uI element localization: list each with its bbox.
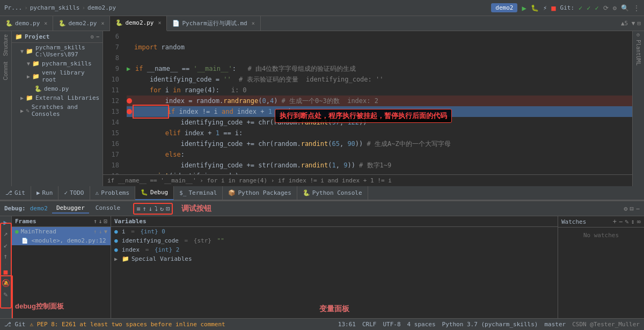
tab-debug[interactable]: 🐛 Debug <box>135 186 174 200</box>
layout-icon[interactable]: ⊟ <box>630 205 634 212</box>
tree-venv[interactable]: ▶ 📁 venv library root <box>12 68 103 84</box>
code-line: import random <box>127 42 632 53</box>
tab-label: Python Packages <box>238 189 291 196</box>
tree-label: demo.py <box>44 85 69 92</box>
thread-more[interactable]: ▼ <box>104 229 107 234</box>
demo2-label[interactable]: demo2 <box>491 3 517 12</box>
coverage-icon[interactable]: ⚡ <box>543 4 547 12</box>
watermark: CSDN @Tester_Muller <box>572 321 640 328</box>
project-crumb[interactable]: Pr... <box>4 4 22 11</box>
tab-run[interactable]: ▶ Run <box>31 186 59 200</box>
tab-problems[interactable]: ⚠ Problems <box>90 186 136 200</box>
sort-watch-btn[interactable]: ↕ <box>631 218 635 225</box>
crlf-status[interactable]: CRLF <box>362 321 377 328</box>
sidebar-collapse[interactable]: − <box>96 34 99 40</box>
close-tab-icon[interactable]: × <box>158 20 161 26</box>
debug-left-icons: ▶ ↗ ↙ ↑ | ■ 🔕 ✎ <box>0 216 12 318</box>
remove-watch-btn[interactable]: − <box>619 218 623 225</box>
var-item-special[interactable]: ▶ 📁 Special Variables <box>111 254 558 263</box>
tab-demo2-py-2[interactable]: 🐍 demo2.py × <box>110 16 167 31</box>
frames-down[interactable]: ↓ <box>99 218 103 225</box>
code-content: import random ▶ if __name__ <box>122 31 632 174</box>
close-tab-icon[interactable]: × <box>44 20 47 26</box>
tab-demo2-py-1[interactable]: 🐍 demo2.py × <box>53 16 110 31</box>
python-status[interactable]: Python 3.7 (pycharm_skills) <box>442 321 538 328</box>
tree-demo-py[interactable]: 🐍 demo.py <box>12 84 103 93</box>
toolbar-btn-down[interactable]: ↓ <box>149 205 152 212</box>
debug-toolbar-icon[interactable]: 🐛 <box>531 4 539 12</box>
thread-arrow-up[interactable]: ↑ <box>93 229 97 234</box>
more-icon[interactable]: ⋮ <box>633 4 640 12</box>
run-button[interactable]: ▶ <box>522 4 526 12</box>
toolbar-btn-out[interactable]: ↻ <box>160 205 164 212</box>
evaluate-icon[interactable]: ✎ <box>4 290 8 298</box>
watches-label: Watches <box>561 218 586 225</box>
folder-crumb[interactable]: pycharm_skills <box>30 4 80 11</box>
stop-debug-icon[interactable]: ■ <box>4 268 8 276</box>
close-debug-icon[interactable]: − <box>636 205 640 212</box>
frames-copy[interactable]: ⊡ <box>104 218 107 225</box>
variables-header: Variables <box>111 216 558 227</box>
infinite-watch-btn[interactable]: ∞ <box>637 218 641 225</box>
step-into-icon[interactable]: ↙ <box>4 241 8 249</box>
tab-terminal[interactable]: $_ Terminal <box>174 186 223 200</box>
tab-todo[interactable]: ✓ TODO <box>58 186 90 200</box>
git-status[interactable]: ⎇ Git <box>4 321 26 328</box>
tab-git[interactable]: ⎇ Git <box>0 186 31 200</box>
warning-status[interactable]: ⚠ PEP 8: E261 at least two spaces before… <box>30 321 225 328</box>
commit-icon[interactable]: Commit <box>3 62 9 80</box>
console-tab[interactable]: Console <box>91 203 125 214</box>
step-over-icon[interactable]: ↗ <box>4 230 8 238</box>
close-tab-icon[interactable]: × <box>101 20 104 26</box>
plantuml-icon[interactable]: PlantUML <box>635 40 641 65</box>
tab-md[interactable]: 📄 Pycharm运行与调试.md × <box>167 16 260 31</box>
search-icon[interactable]: 🔍 <box>621 4 629 12</box>
split-icon[interactable]: ⊟ <box>637 20 641 27</box>
tab-label: Run <box>42 189 53 196</box>
frame-item[interactable]: 📄 <module>, demo2.py:12 <box>12 236 111 245</box>
encoding-status[interactable]: UTF-8 <box>383 321 400 328</box>
toolbar-btn-into[interactable]: ⤵ <box>155 205 158 212</box>
stop-button[interactable]: ■ <box>551 4 555 12</box>
step-out-icon[interactable]: ↑ <box>4 252 8 260</box>
mute-icon[interactable]: 🔕 <box>2 279 10 287</box>
tab-python-console[interactable]: 🐍 Python Console <box>297 186 368 200</box>
folder-icon: 📁 <box>26 48 33 55</box>
py-icon: 🐍 <box>34 85 42 92</box>
code-scroll[interactable]: 6 7 8 9 10 11 12 13 14 15 16 17 <box>103 31 632 174</box>
structure-icon[interactable]: Structure <box>3 34 9 56</box>
thread-label: MainThread <box>21 228 56 235</box>
code-line-active: if index != i and index + 1 != i: <box>127 106 632 117</box>
frames-up[interactable]: ↑ <box>93 218 97 225</box>
toolbar-btn-up[interactable]: ↑ <box>142 205 146 212</box>
add-watch-btn[interactable]: + <box>613 218 617 225</box>
tree-pycharm-skills-sub[interactable]: ▼ 📁 pycharm_skills <box>12 59 103 68</box>
tree-scratches[interactable]: ▶ ✎ Scratches and Consoles <box>12 102 103 119</box>
close-tab-icon[interactable]: × <box>252 20 255 26</box>
tree-label: pycharm_skills <box>42 60 92 67</box>
tab-demo-py[interactable]: 🐍 demo.py × <box>0 16 53 31</box>
settings-icon[interactable]: ⚙ <box>613 4 617 12</box>
git-sync[interactable]: ⟳ <box>603 4 609 12</box>
file-crumb[interactable]: demo2.py <box>87 4 116 11</box>
debugger-tab[interactable]: Debugger <box>52 203 89 214</box>
toolbar-btn-run-cursor[interactable]: ⊡ <box>166 205 170 212</box>
thread-icon: ● <box>15 228 19 235</box>
sidebar-settings[interactable]: ⚙ <box>91 34 94 40</box>
indent-status[interactable]: 4 spaces <box>407 321 436 328</box>
thread-main[interactable]: ● MainThread ↑ ↓ ▼ <box>12 227 111 236</box>
thread-arrow-down[interactable]: ↓ <box>99 229 102 234</box>
line-count: ▲5 ▼ <box>621 20 635 27</box>
tree-pycharm-skills[interactable]: ▼ 📁 pycharm_skills C:\Users\897 <box>12 43 103 59</box>
settings-debug-icon[interactable]: ⚙ <box>624 205 627 212</box>
code-line: elif index + 1 == i: <box>127 128 632 138</box>
tree-ext-libs[interactable]: ▶ 📁 External Libraries <box>12 93 103 102</box>
tab-python-packages[interactable]: 📦 Python Packages <box>223 186 297 200</box>
branch-status[interactable]: master <box>544 321 566 328</box>
bookmarks-icon[interactable]: ⊙ <box>635 33 641 36</box>
resume-icon[interactable]: ▶ <box>4 218 8 226</box>
position-status[interactable]: 13:61 <box>338 321 356 328</box>
edit-watch-btn[interactable]: ✎ <box>625 218 628 225</box>
toolbar-btn-list[interactable]: ≡ <box>136 205 140 212</box>
expand-special-icon[interactable]: ▶ <box>114 256 120 262</box>
